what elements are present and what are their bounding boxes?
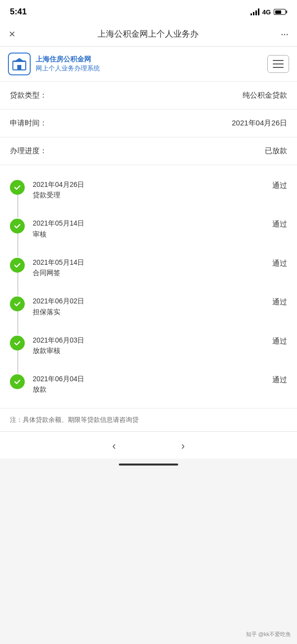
timeline-dot-5	[10, 374, 25, 389]
timeline-content-5: 2021年06月04日 放款	[33, 373, 272, 394]
menu-line-3	[273, 67, 284, 68]
timeline-dot-2	[10, 258, 25, 273]
timeline-status-0: 通过	[272, 181, 287, 190]
menu-button[interactable]	[267, 55, 289, 73]
page-title: 上海公积金网上个人业务办	[20, 28, 276, 40]
watermark: 知乎 @kk不爱吃鱼	[246, 631, 291, 638]
timeline-dot-4	[10, 336, 25, 351]
loan-type-label: 贷款类型：	[10, 91, 47, 100]
timeline-event-3: 担保落实	[33, 308, 272, 317]
timeline-status-4: 通过	[272, 337, 287, 346]
menu-line-1	[273, 60, 284, 61]
forward-arrow-button[interactable]: ›	[173, 438, 193, 455]
timeline-item-1: 2021年05月14日 审核 通过	[10, 209, 287, 247]
timeline-date-4: 2021年06月03日	[33, 335, 272, 346]
svg-marker-1	[13, 58, 25, 62]
timeline-content-4: 2021年06月03日 放款审核	[33, 335, 272, 355]
back-arrow-button[interactable]: ‹	[104, 438, 124, 455]
close-button[interactable]: ×	[9, 29, 15, 40]
signal-bar-2	[253, 12, 254, 15]
timeline-dot-3	[10, 296, 25, 311]
more-button[interactable]: ···	[281, 28, 288, 41]
logo-line1: 上海住房公积金网	[36, 55, 100, 64]
timeline-event-0: 贷款受理	[33, 191, 272, 200]
battery-fill	[275, 10, 281, 14]
timeline-date-1: 2021年05月14日	[33, 218, 272, 229]
battery-icon	[274, 9, 287, 15]
logo-text: 上海住房公积金网 网上个人业务办理系统	[36, 55, 100, 73]
apply-date-row: 申请时间： 2021年04月26日	[0, 110, 297, 137]
logo-line2: 网上个人业务办理系统	[36, 64, 100, 73]
timeline-event-4: 放款审核	[33, 347, 272, 355]
timeline-section: 2021年04月26日 贷款受理 通过 2021年05月14日 审核 通过	[0, 165, 297, 408]
svg-rect-2	[17, 65, 21, 70]
timeline-content-2: 2021年05月14日 合同网签	[33, 257, 272, 278]
logo-area: 上海住房公积金网 网上个人业务办理系统	[8, 53, 100, 75]
signal-bar-4	[258, 8, 259, 15]
network-type: 4G	[262, 8, 271, 16]
timeline-content-0: 2021年04月26日 贷款受理	[33, 179, 272, 200]
timeline-status-2: 通过	[272, 259, 287, 268]
progress-label: 办理进度：	[10, 146, 47, 156]
status-icons: 4G	[250, 8, 287, 16]
logo-icon	[8, 53, 31, 75]
timeline-date-0: 2021年04月26日	[33, 179, 272, 190]
apply-date-value: 2021年04月26日	[232, 118, 287, 128]
timeline-dot-1	[10, 219, 25, 234]
battery-body	[274, 9, 286, 15]
signal-bars-icon	[250, 8, 259, 15]
timeline-status-1: 通过	[272, 220, 287, 229]
timeline-item-4: 2021年06月03日 放款审核 通过	[10, 326, 287, 364]
timeline-event-5: 放款	[33, 385, 272, 394]
status-time: 5:41	[10, 7, 27, 17]
battery-tip	[286, 10, 287, 13]
timeline-status-5: 通过	[272, 375, 287, 385]
apply-date-label: 申请时间：	[10, 118, 47, 128]
timeline-date-5: 2021年06月04日	[33, 373, 272, 384]
timeline-content-1: 2021年05月14日 审核	[33, 218, 272, 238]
signal-bar-3	[255, 10, 257, 15]
content-area: 贷款类型： 纯公积金贷款 申请时间： 2021年04月26日 办理进度： 已放款…	[0, 82, 297, 431]
status-bar: 5:41 4G	[0, 0, 297, 22]
nav-bar: × 上海公积金网上个人业务办 ···	[0, 22, 297, 47]
site-header: 上海住房公积金网 网上个人业务办理系统	[0, 47, 297, 82]
timeline-item-3: 2021年06月02日 担保落实 通过	[10, 287, 287, 325]
home-bar	[119, 464, 178, 466]
bottom-nav: ‹ ›	[0, 431, 297, 459]
note-bar: 注：具体贷款余额、期限等贷款信息请咨询贷	[0, 408, 297, 431]
timeline-event-2: 合同网签	[33, 269, 272, 278]
timeline-item-2: 2021年05月14日 合同网签 通过	[10, 248, 287, 287]
timeline-status-3: 通过	[272, 297, 287, 307]
timeline-event-1: 审核	[33, 230, 272, 239]
timeline-dot-0	[10, 180, 25, 195]
menu-line-2	[273, 63, 284, 64]
timeline-date-3: 2021年06月02日	[33, 295, 272, 306]
home-indicator	[0, 459, 297, 472]
loan-type-row: 贷款类型： 纯公积金贷款	[0, 82, 297, 110]
loan-type-value: 纯公积金贷款	[243, 91, 287, 100]
timeline-item-5: 2021年06月04日 放款 通过	[10, 364, 287, 403]
progress-row: 办理进度： 已放款	[0, 137, 297, 165]
timeline-content-3: 2021年06月02日 担保落实	[33, 295, 272, 316]
timeline-item-0: 2021年04月26日 贷款受理 通过	[10, 170, 287, 209]
signal-bar-1	[250, 13, 252, 15]
progress-value: 已放款	[265, 146, 287, 156]
timeline-date-2: 2021年05月14日	[33, 257, 272, 268]
